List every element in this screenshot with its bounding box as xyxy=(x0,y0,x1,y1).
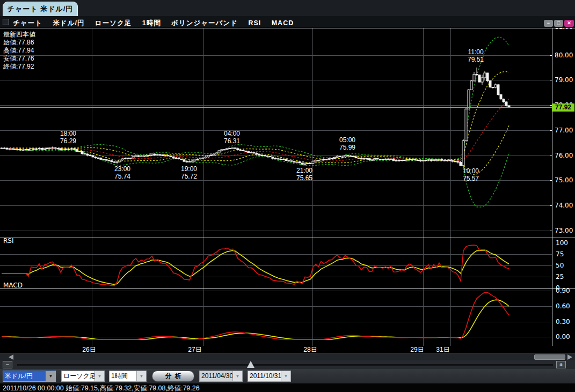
chart-annotation: 11:0079.51 xyxy=(455,48,496,63)
title-item-candle-type: ローソク足 xyxy=(95,19,132,27)
title-item-macd: MACD xyxy=(272,19,294,27)
zoom-slider-track[interactable] xyxy=(17,364,553,366)
chart-scrollbar[interactable] xyxy=(0,353,575,360)
status-bar: 2011/10/26 00:00:00 始値:79.15,高値:79.32,安値… xyxy=(0,383,575,392)
symbol-select[interactable]: 米ドル/円 ▼ xyxy=(3,371,56,382)
chart-annotation: 19:0075.72 xyxy=(169,165,209,180)
axis-tick-label: 76.00 xyxy=(555,152,573,159)
window-title-bar: チャート 米ドル/円 ローソク足 1時間 ボリンジャーバンド RSI MACD … xyxy=(0,16,575,28)
zoom-in-button[interactable]: + xyxy=(556,361,566,368)
zoom-slider-row: − + xyxy=(0,360,575,369)
interval-select[interactable]: 1時間 ▼ xyxy=(109,371,147,382)
chart-annotation: 05:0075.99 xyxy=(327,136,368,151)
axis-tick-label: 77.00 xyxy=(555,127,573,134)
chart-type-select[interactable]: ローソク足 ▼ xyxy=(61,371,105,382)
dropdown-arrow-icon[interactable]: ▼ xyxy=(94,371,104,381)
tab-bar: チャート 米ドル/円 xyxy=(0,0,575,16)
title-item-symbol: 米ドル/円 xyxy=(53,19,84,27)
axis-tick-label: 75 xyxy=(556,250,564,258)
axis-tick-label: 75.00 xyxy=(555,176,573,184)
analysis-button[interactable]: 分析 xyxy=(152,371,194,382)
axis-tick-label: 80.00 xyxy=(555,51,573,59)
chart-area: 81.0080.0079.0078.0077.0076.0075.0074.00… xyxy=(0,28,575,353)
status-bar-text: 2011/10/26 00:00:00 始値:79.15,高値:79.32,安値… xyxy=(3,384,200,392)
axis-tick-label: 0.60 xyxy=(556,302,570,310)
dropdown-arrow-icon[interactable]: ▼ xyxy=(281,371,290,381)
axis-tick-label: 0.90 xyxy=(556,287,570,294)
tab-chart-usdjpy[interactable]: チャート 米ドル/円 xyxy=(3,2,78,16)
scroll-right-arrow-icon[interactable] xyxy=(567,354,572,360)
close-button[interactable]: ✕ xyxy=(564,20,574,27)
maximize-button[interactable]: □ xyxy=(554,20,563,27)
axis-tick-label: 73.00 xyxy=(555,227,573,234)
title-item-interval: 1時間 xyxy=(142,19,161,27)
chart-type-select-value: ローソク足 xyxy=(62,371,94,381)
axis-tick-label: 0.00 xyxy=(556,333,570,341)
axis-tick-label: 25 xyxy=(556,273,564,280)
axis-tick-label: 0.30 xyxy=(556,318,570,326)
dropdown-arrow-icon[interactable]: ▼ xyxy=(232,371,242,381)
axis-tick-label: 81.00 xyxy=(555,28,573,31)
zoom-slider-thumb[interactable] xyxy=(247,361,254,368)
control-bar: 米ドル/円 ▼ ローソク足 ▼ 1時間 ▼ 分析 2011/04/30 ▼ 20… xyxy=(0,369,575,383)
scroll-left-arrow-icon[interactable] xyxy=(9,354,13,360)
dropdown-arrow-icon[interactable]: ▼ xyxy=(46,371,55,381)
window-icon xyxy=(3,19,9,25)
current-price-badge: 77.92 xyxy=(552,103,574,112)
chart-annotation: 04:0076.31 xyxy=(212,130,252,145)
rsi-panel-label: RSI xyxy=(3,237,14,245)
minimize-button[interactable]: − xyxy=(544,20,553,27)
date-to-select[interactable]: 2011/10/31 ▼ xyxy=(248,371,291,382)
chart-annotation: 21:0075.65 xyxy=(284,167,325,182)
axis-tick-label: 100 xyxy=(556,239,568,247)
macd-panel-label: MACD xyxy=(3,282,23,289)
axis-tick-label: 50 xyxy=(556,262,564,269)
chart-annotation: 18:0076.29 xyxy=(48,130,89,145)
dropdown-arrow-icon[interactable]: ▼ xyxy=(136,371,146,381)
title-item-rsi: RSI xyxy=(248,19,261,27)
date-from-value: 2011/04/30 xyxy=(200,371,232,381)
symbol-select-value: 米ドル/円 xyxy=(3,371,46,381)
axis-tick-label: 74.00 xyxy=(555,202,573,209)
zoom-out-button[interactable]: − xyxy=(3,361,12,368)
chart-annotation: 10:0075.57 xyxy=(450,167,491,182)
chart-canvas[interactable]: 81.0080.0079.0078.0077.0076.0075.0074.00… xyxy=(0,28,575,346)
axis-tick-label: 79.00 xyxy=(555,76,573,84)
scrollbar-thumb[interactable] xyxy=(534,354,565,360)
date-from-select[interactable]: 2011/04/30 ▼ xyxy=(199,371,243,382)
title-menu: チャート 米ドル/円 ローソク足 1時間 ボリンジャーバンド RSI MACD xyxy=(13,18,302,28)
date-to-value: 2011/10/31 xyxy=(248,371,281,381)
chart-annotation: 23:0075.74 xyxy=(102,165,143,180)
interval-select-value: 1時間 xyxy=(110,371,136,381)
title-item-bollinger: ボリンジャーバンド xyxy=(171,19,238,27)
trading-app-window: チャート 米ドル/円 チャート 米ドル/円 ローソク足 1時間 ボリンジャーバン… xyxy=(0,0,575,392)
title-item-chart: チャート xyxy=(13,19,42,27)
ohlc-legend: 最新四本値始値:77.86高値:77.94安値:77.76終値:77.92 xyxy=(3,31,35,71)
